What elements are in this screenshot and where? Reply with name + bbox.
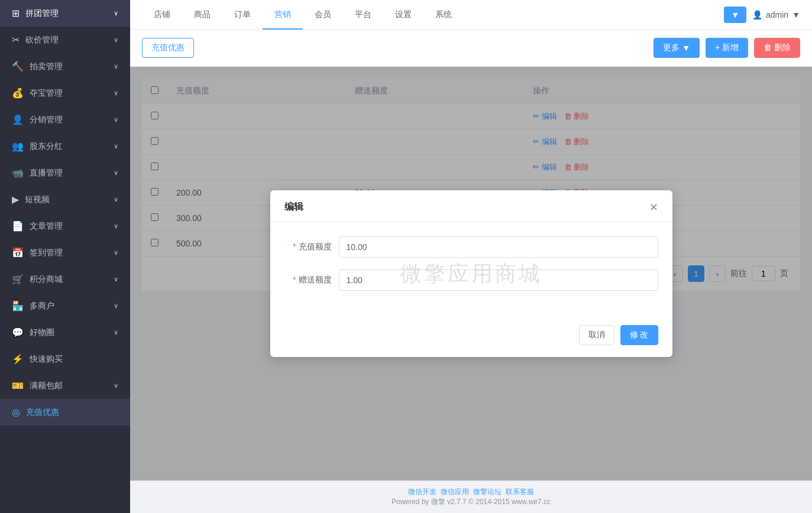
chevron-icon: ∨: [114, 275, 118, 283]
sidebar-item-live[interactable]: 📹 直播管理 ∨: [0, 160, 130, 186]
modal-overlay: 微擎应用商城 编辑 ✕ *充值额度 *赠送额度: [130, 67, 812, 480]
more-arrow-icon: ▼: [682, 43, 690, 53]
nav-tabs: 店铺 商品 订单 营销 会员 平台 设置 系统: [142, 1, 724, 29]
chevron-icon: ∨: [114, 116, 118, 124]
tab-store[interactable]: 店铺: [142, 1, 182, 30]
tab-order[interactable]: 订单: [222, 1, 263, 30]
toolbar-right: 更多 ▼ + 新增 🗑 删除: [654, 38, 800, 58]
gift-label: *赠送额度: [284, 275, 332, 285]
user-dropdown-icon: ▼: [792, 10, 800, 20]
recharge-icon: ◎: [12, 407, 20, 418]
toolbar: 充值优惠 更多 ▼ + 新增 🗑 删除: [130, 30, 812, 67]
sidebar-item-label: 直播管理: [30, 168, 63, 178]
content-area: 充值额度 赠送额度 操作 ✏ 编辑 🗑 删除: [130, 67, 812, 480]
top-nav: 店铺 商品 订单 营销 会员 平台 设置 系统 ▼ 👤 admin ▼: [130, 0, 812, 30]
footer-link-support[interactable]: 联系客服: [506, 488, 534, 496]
sidebar-item-label: 夺宝管理: [30, 88, 63, 99]
sidebar-item-label: 分销管理: [30, 115, 63, 125]
sidebar-item-recharge[interactable]: ◎ 充值优惠: [0, 399, 130, 426]
stock-icon: 👥: [12, 141, 24, 152]
recharge-tab-button[interactable]: 充值优惠: [142, 38, 194, 58]
treasure-icon: 💰: [12, 87, 24, 99]
charge-input[interactable]: [339, 236, 658, 258]
footer-link-forum[interactable]: 微擎论坛: [473, 488, 502, 496]
sidebar-item-discount[interactable]: ✂ 砍价管理 ∨: [0, 27, 130, 53]
sidebar-item-pingroup[interactable]: ⊞ 拼团管理 ∨: [0, 0, 130, 27]
sidebar-item-treasure[interactable]: 💰 夺宝管理 ∨: [0, 80, 130, 106]
sidebar-item-social[interactable]: 💬 好物圈 ∨: [0, 319, 130, 346]
page-footer: 微信开发 微信应用 微擎论坛 联系客服 Powered by 微擎 v2.7.7…: [130, 480, 812, 513]
submit-button[interactable]: 修 改: [620, 325, 658, 345]
gift-input[interactable]: [339, 270, 658, 291]
username-label: admin: [766, 10, 788, 20]
tab-platform[interactable]: 平台: [343, 1, 383, 30]
chevron-icon: ∨: [114, 302, 118, 310]
chevron-icon: ∨: [114, 196, 118, 203]
sidebar-item-label: 文章管理: [30, 221, 63, 232]
sidebar-item-label: 砍价管理: [25, 35, 59, 46]
modal-header: 编辑 ✕: [270, 190, 672, 222]
sidebar-item-label: 拼团管理: [25, 8, 59, 19]
dropdown-button[interactable]: ▼: [724, 7, 746, 23]
sidebar-item-label: 拍卖管理: [30, 61, 63, 72]
sidebar-item-shortvideo[interactable]: ▶ 短视频 ∨: [0, 186, 130, 213]
main-content: 店铺 商品 订单 营销 会员 平台 设置 系统 ▼ 👤 admin ▼ 充值优惠…: [130, 0, 812, 513]
sidebar-item-label: 满额包邮: [30, 381, 63, 391]
sidebar-item-label: 好物圈: [30, 327, 54, 338]
sidebar-item-stock[interactable]: 👥 股东分红 ∨: [0, 133, 130, 160]
footer-link-app[interactable]: 微信应用: [441, 488, 469, 496]
sidebar-item-coupon[interactable]: 🎫 满额包邮 ∨: [0, 372, 130, 399]
footer-line2: Powered by 微擎 v2.7.7 © 2014-2015 www.we7…: [136, 497, 806, 507]
article-icon: 📄: [12, 220, 24, 232]
sidebar-item-checkin[interactable]: 📅 签到管理 ∨: [0, 239, 130, 266]
chevron-icon: ∨: [114, 89, 118, 97]
footer-link-dev[interactable]: 微信开发: [408, 488, 436, 496]
charge-label: *充值额度: [284, 242, 332, 252]
tab-member[interactable]: 会员: [303, 1, 343, 30]
toolbar-left: 充值优惠: [142, 38, 194, 58]
modal-close-button[interactable]: ✕: [649, 202, 658, 213]
more-button[interactable]: 更多 ▼: [654, 38, 700, 58]
store-icon: 🏪: [12, 300, 24, 311]
sidebar-item-label: 积分商城: [30, 274, 63, 285]
delete-button[interactable]: 🗑 删除: [754, 38, 800, 58]
checkin-icon: 📅: [12, 247, 24, 258]
tab-system[interactable]: 系统: [423, 1, 464, 30]
sidebar-item-auction[interactable]: 🔨 拍卖管理 ∨: [0, 53, 130, 80]
new-button[interactable]: + 新增: [706, 38, 748, 58]
modal-footer: 取消 修 改: [270, 317, 672, 357]
distribute-icon: 👤: [12, 114, 24, 125]
sidebar-item-distribute[interactable]: 👤 分销管理 ∨: [0, 106, 130, 133]
user-menu[interactable]: 👤 admin ▼: [752, 10, 800, 20]
social-icon: 💬: [12, 327, 24, 338]
tab-settings[interactable]: 设置: [383, 1, 423, 30]
chevron-icon: ∨: [114, 169, 118, 177]
chevron-icon: ∨: [114, 329, 118, 336]
sidebar-item-label: 充值优惠: [26, 407, 59, 418]
sidebar-item-points[interactable]: 🛒 积分商城 ∨: [0, 266, 130, 293]
chevron-icon: ∨: [114, 222, 118, 230]
auction-icon: 🔨: [12, 61, 24, 72]
user-avatar-icon: 👤: [752, 10, 762, 20]
chevron-icon: ∨: [114, 142, 118, 150]
sidebar-item-article[interactable]: 📄 文章管理 ∨: [0, 213, 130, 239]
tab-marketing[interactable]: 营销: [263, 1, 303, 30]
tab-product[interactable]: 商品: [182, 1, 222, 30]
points-icon: 🛒: [12, 274, 24, 285]
chevron-icon: ∨: [114, 36, 118, 44]
chevron-icon: ∨: [114, 249, 118, 256]
video-icon: ▶: [12, 194, 19, 205]
gift-form-item: *赠送额度: [284, 270, 658, 291]
edit-modal: 编辑 ✕ *充值额度 *赠送额度: [270, 190, 672, 357]
sidebar-item-quickbuy[interactable]: ⚡ 快速购买: [0, 346, 130, 372]
group-icon: ⊞: [12, 8, 20, 19]
sidebar-item-label: 短视频: [25, 194, 50, 205]
cancel-button[interactable]: 取消: [579, 325, 614, 345]
sidebar-item-multistore[interactable]: 🏪 多商户 ∨: [0, 293, 130, 319]
chevron-icon: ∨: [114, 382, 118, 389]
sidebar: ⊞ 拼团管理 ∨ ✂ 砍价管理 ∨ 🔨 拍卖管理 ∨ 💰 夺宝管理 ∨ 👤 分销…: [0, 0, 130, 513]
sidebar-item-label: 多商户: [30, 301, 54, 311]
sidebar-item-label: 快速购买: [30, 354, 63, 365]
sidebar-item-label: 股东分红: [30, 141, 63, 152]
footer-line1: 微信开发 微信应用 微擎论坛 联系客服: [136, 487, 806, 497]
